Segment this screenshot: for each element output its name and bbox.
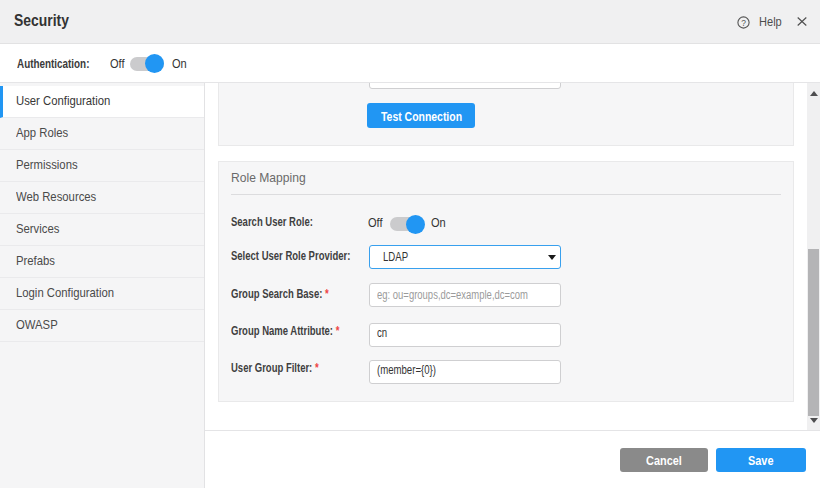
svg-text:?: ? — [741, 17, 746, 27]
